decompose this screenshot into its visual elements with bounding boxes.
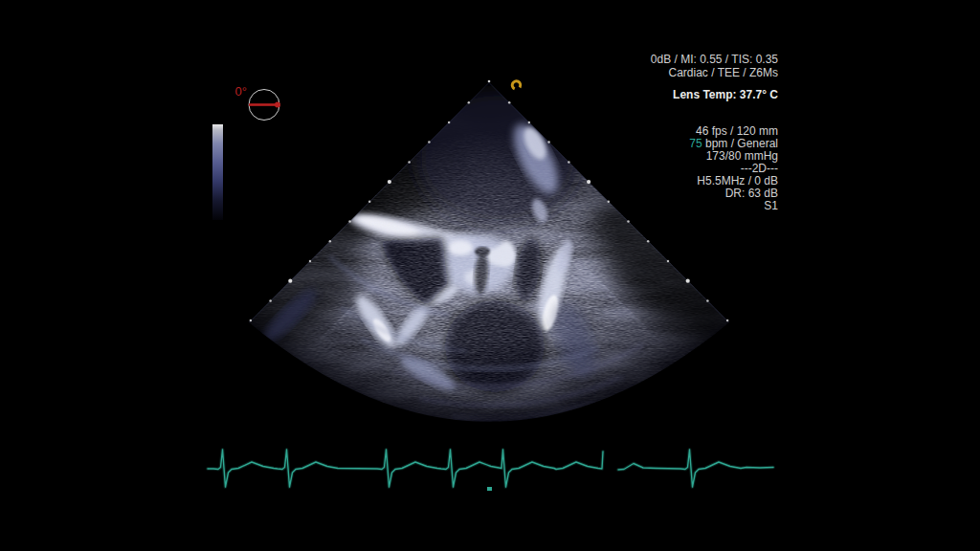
param-dynamic-range: DR: 63 dB <box>651 187 778 200</box>
orientation-marker: 0° <box>235 84 280 121</box>
ultrasound-screen: 0° 0dB / MI: 0.55 / TIS: 0.35 Cardiac / … <box>0 0 980 551</box>
ecg-trace <box>208 450 773 491</box>
parameter-list: 46 fps / 120 mm 75 bpm / General 173/80 … <box>651 125 778 212</box>
orientation-angle-label: 0° <box>235 84 247 99</box>
acoustic-output-line: 0dB / MI: 0.55 / TIS: 0.35 <box>651 54 778 67</box>
ecg-trigger-mark <box>487 487 492 491</box>
probe-orientation-icon <box>511 79 522 90</box>
preset-line: Cardiac / TEE / Z6Ms <box>651 67 778 80</box>
imaging-parameters-panel: 0dB / MI: 0.55 / TIS: 0.35 Cardiac / TEE… <box>651 54 778 212</box>
lens-temp-line: Lens Temp: 37.7° C <box>651 89 778 102</box>
param-stage: S1 <box>651 200 778 212</box>
grayscale-bar <box>212 124 223 220</box>
ultrasound-display: 0° <box>0 0 980 551</box>
